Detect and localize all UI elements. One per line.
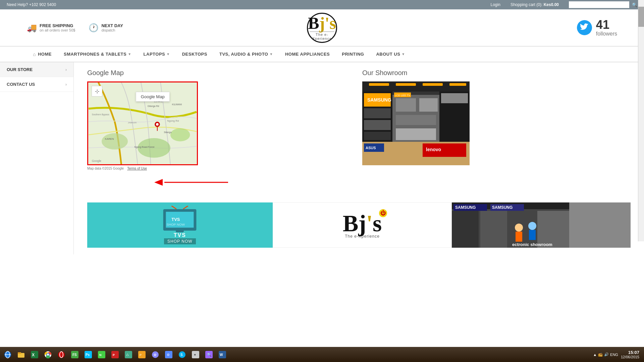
taskbar-icon10[interactable]: ♺: [122, 348, 135, 361]
taskbar-fusion-icon[interactable]: FS: [68, 348, 81, 361]
taskbar-icon8[interactable]: N: [95, 348, 108, 361]
svg-rect-40: [441, 93, 468, 103]
sidebar-contact-label: CONTACT US: [7, 82, 35, 87]
svg-point-3: [170, 128, 190, 141]
taskbar-excel-icon[interactable]: X: [28, 348, 41, 361]
logo-b: B: [308, 14, 319, 33]
scroll-thumb[interactable]: [638, 7, 644, 27]
help-text: Need Help? +102 902 5400: [7, 2, 56, 7]
svg-text:Gitanga Rd: Gitanga Rd: [148, 105, 159, 108]
svg-text:SHOP NOW: SHOP NOW: [167, 223, 185, 226]
search-icon[interactable]: 🔍: [632, 2, 637, 7]
next-day-info: 🕐 NEXT DAY dispatch: [89, 23, 123, 33]
svg-text:♺: ♺: [126, 353, 129, 357]
showroom-image: SAMSUNG: [362, 81, 470, 165]
taskbar-icon9[interactable]: P: [109, 348, 121, 361]
logo-border: Bj's The e-Xperience: [307, 13, 337, 43]
svg-text:LCD LED TV: LCD LED TV: [395, 94, 411, 97]
map-terms-link[interactable]: Terms of Use: [127, 167, 147, 170]
taskbar-photoshop-icon[interactable]: Ps: [82, 348, 95, 361]
svg-rect-36: [419, 98, 438, 112]
map-container[interactable]: KAREN Ngong Road Forest Silanga Southern…: [87, 81, 198, 165]
free-shipping-text: FREE SHIPPING on all orders over 50$: [40, 23, 75, 32]
svg-rect-61: [480, 211, 507, 248]
banner-logo[interactable]: Bj's ⏻ The e-Xperience: [273, 202, 452, 248]
search-input[interactable]: [569, 1, 629, 8]
taskbar-icon13[interactable]: ⚙: [162, 348, 175, 361]
nav-item-tvs[interactable]: TVs, AUDIO & PHOTO ▼: [213, 46, 279, 62]
nav-item-home[interactable]: ⌂ HOME: [27, 46, 58, 62]
svg-rect-73: [18, 352, 21, 354]
help-text-container: Need Help? +102 902 5400: [7, 2, 56, 7]
svg-text:ASUS: ASUS: [366, 146, 376, 150]
nav-item-about[interactable]: ABOUT US ▼: [370, 46, 411, 62]
nav-item-appliances[interactable]: HOME APPLIANCES: [279, 46, 336, 62]
taskbar-search-icon[interactable]: 🔍: [203, 348, 215, 361]
map-zoom-controls[interactable]: ⊹: [92, 86, 102, 97]
taskbar-chrome-icon[interactable]: [42, 348, 54, 361]
nav-item-laptops[interactable]: LAPTOPS ▼: [138, 46, 176, 62]
map-tooltip: Google Map: [136, 92, 170, 102]
nav-item-printing[interactable]: PRINTING: [336, 46, 370, 62]
taskbar-notification-icons: ▲ 📻 🔊 ENG: [593, 352, 618, 357]
taskbar-opera-icon[interactable]: [55, 348, 68, 361]
taskbar-folder-icon[interactable]: [15, 348, 28, 361]
tv-icon-svg: TVS SHOP NOW: [160, 206, 200, 232]
taskbar-icon12[interactable]: ✿: [149, 348, 162, 361]
svg-text:SAMSUNG: SAMSUNG: [367, 97, 391, 103]
content-area: Google Map: [74, 62, 644, 254]
logo-text: Bj's: [308, 15, 336, 32]
svg-text:🔍: 🔍: [207, 352, 212, 357]
header: 🚚 FREE SHIPPING on all orders over 50$ 🕐…: [0, 9, 644, 46]
svg-text:N: N: [99, 353, 102, 357]
taskbar-clock[interactable]: 15:07 12/06/2015: [621, 350, 639, 359]
svg-text:SAMSUNG: SAMSUNG: [455, 205, 476, 210]
svg-rect-35: [396, 98, 416, 112]
logo-tagline: The e-Xperience: [310, 32, 334, 41]
svg-rect-37: [396, 115, 436, 125]
top-bar: Need Help? +102 902 5400 Login Shopping …: [0, 0, 644, 9]
svg-text:TVS: TVS: [172, 217, 180, 222]
svg-point-78: [47, 354, 49, 356]
banner-store[interactable]: SAMSUNG SAMSUNG ectronic showroom: [452, 202, 631, 248]
svg-text:Ngong Rd: Ngong Rd: [167, 119, 179, 122]
taskbar-date: 12/06/2015: [621, 355, 639, 359]
twitter-stats: 41 followers: [596, 19, 617, 37]
svg-text:X: X: [32, 353, 35, 357]
twitter-icon[interactable]: [577, 20, 592, 35]
svg-rect-22: [362, 81, 470, 92]
svg-point-66: [528, 222, 536, 230]
logo[interactable]: Bj's The e-Xperience: [307, 13, 337, 43]
sidebar-arrow-icon-2: ›: [65, 82, 67, 87]
arrow-annotation: [154, 176, 356, 189]
taskbar-icon11[interactable]: P: [136, 348, 148, 361]
svg-text:✦: ✦: [194, 353, 196, 357]
nav-item-smartphones[interactable]: SMARTPHONES & TABLETS ▼: [58, 46, 138, 62]
shop-now-label: SHOP NOW: [164, 238, 196, 244]
svg-text:Ps: Ps: [86, 353, 90, 357]
nav-item-desktops[interactable]: DESKTOPS: [176, 46, 213, 62]
svg-line-47: [172, 206, 177, 209]
svg-text:SAMSUNG: SAMSUNG: [492, 205, 513, 210]
tvs-label: TVS: [174, 232, 186, 238]
login-link[interactable]: Login: [491, 2, 500, 7]
taskbar: X FS Ps N P ♺ P ✿ ⚙ S ✦ 🔍 W ▲ 📻: [0, 347, 644, 362]
scrollbar[interactable]: [638, 0, 644, 241]
taskbar-icon15[interactable]: ✦: [189, 348, 202, 361]
dropdown-arrow: ▼: [166, 52, 170, 56]
taskbar-skype-icon[interactable]: S: [176, 348, 189, 361]
svg-text:W: W: [220, 353, 223, 357]
taskbar-ie-icon[interactable]: [1, 348, 14, 361]
svg-rect-33: [364, 132, 391, 140]
sidebar-item-our-store[interactable]: OUR STORE ›: [0, 62, 73, 77]
dropdown-arrow: ▼: [128, 52, 131, 56]
logo-js: j's: [319, 14, 336, 33]
banner-store-svg: SAMSUNG SAMSUNG ectronic showroom: [452, 202, 569, 248]
sidebar-item-contact-us[interactable]: CONTACT US ›: [0, 77, 73, 92]
showroom-section-title: Our Showroom: [362, 69, 631, 77]
taskbar-word-icon[interactable]: W: [216, 348, 229, 361]
svg-rect-24: [396, 83, 416, 86]
svg-text:P: P: [140, 353, 142, 357]
svg-text:lenovo: lenovo: [426, 147, 441, 152]
banner-tvs[interactable]: TVS SHOP NOW TVS SHOP NOW: [87, 202, 273, 248]
